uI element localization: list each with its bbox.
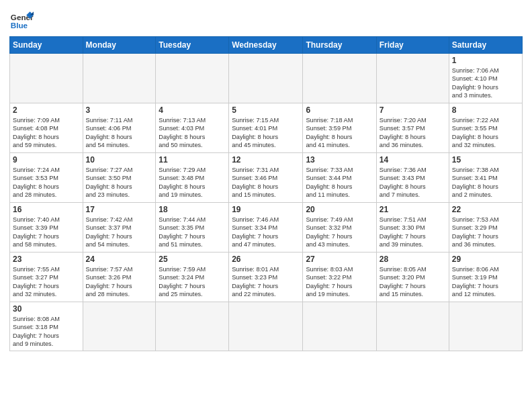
calendar-cell — [10, 54, 83, 103]
day-number: 28 — [380, 255, 446, 264]
day-number: 29 — [452, 255, 519, 264]
calendar-cell: 24Sunrise: 7:57 AM Sunset: 3:26 PM Dayli… — [83, 253, 156, 302]
calendar-cell: 14Sunrise: 7:36 AM Sunset: 3:43 PM Dayli… — [376, 153, 449, 203]
calendar-cell: 4Sunrise: 7:13 AM Sunset: 4:03 PM Daylig… — [156, 103, 229, 153]
day-info: Sunrise: 7:42 AM Sunset: 3:37 PM Dayligh… — [86, 216, 153, 249]
calendar-cell — [156, 302, 229, 351]
day-number: 8 — [452, 105, 519, 115]
weekday-header-tuesday: Tuesday — [156, 37, 229, 54]
day-number: 26 — [232, 255, 300, 264]
calendar-cell: 26Sunrise: 8:01 AM Sunset: 3:23 PM Dayli… — [229, 253, 303, 302]
calendar-cell: 12Sunrise: 7:31 AM Sunset: 3:46 PM Dayli… — [229, 153, 303, 203]
day-number: 6 — [306, 105, 373, 115]
calendar-cell — [303, 54, 376, 103]
day-number: 19 — [232, 205, 300, 214]
day-number: 27 — [306, 255, 373, 264]
day-info: Sunrise: 7:49 AM Sunset: 3:32 PM Dayligh… — [306, 216, 373, 249]
weekday-header-wednesday: Wednesday — [229, 37, 303, 54]
day-info: Sunrise: 7:36 AM Sunset: 3:43 PM Dayligh… — [380, 166, 446, 199]
weekday-header-monday: Monday — [83, 37, 156, 54]
page: General Blue SundayMondayTuesdayWednesda… — [0, 0, 532, 411]
day-info: Sunrise: 7:40 AM Sunset: 3:39 PM Dayligh… — [13, 216, 80, 249]
day-info: Sunrise: 7:53 AM Sunset: 3:29 PM Dayligh… — [452, 216, 519, 249]
day-info: Sunrise: 7:38 AM Sunset: 3:41 PM Dayligh… — [452, 166, 519, 199]
day-info: Sunrise: 7:09 AM Sunset: 4:08 PM Dayligh… — [13, 116, 80, 150]
day-number: 25 — [159, 255, 226, 264]
calendar-cell: 2Sunrise: 7:09 AM Sunset: 4:08 PM Daylig… — [10, 103, 83, 153]
calendar-cell: 13Sunrise: 7:33 AM Sunset: 3:44 PM Dayli… — [303, 153, 376, 203]
day-info: Sunrise: 7:46 AM Sunset: 3:34 PM Dayligh… — [232, 216, 300, 249]
day-info: Sunrise: 7:20 AM Sunset: 3:57 PM Dayligh… — [380, 116, 446, 150]
calendar-week-row: 1Sunrise: 7:06 AM Sunset: 4:10 PM Daylig… — [10, 54, 523, 103]
calendar-cell: 20Sunrise: 7:49 AM Sunset: 3:32 PM Dayli… — [303, 203, 376, 253]
calendar-cell: 8Sunrise: 7:22 AM Sunset: 3:55 PM Daylig… — [449, 103, 522, 153]
calendar-cell: 10Sunrise: 7:27 AM Sunset: 3:50 PM Dayli… — [83, 153, 156, 203]
day-info: Sunrise: 7:24 AM Sunset: 3:53 PM Dayligh… — [13, 166, 80, 199]
day-info: Sunrise: 7:06 AM Sunset: 4:10 PM Dayligh… — [452, 66, 519, 100]
weekday-header-sunday: Sunday — [10, 37, 83, 54]
logo: General Blue — [9, 7, 34, 31]
day-number: 14 — [380, 155, 446, 165]
calendar-cell: 22Sunrise: 7:53 AM Sunset: 3:29 PM Dayli… — [449, 203, 522, 253]
day-info: Sunrise: 7:57 AM Sunset: 3:26 PM Dayligh… — [86, 265, 153, 299]
calendar-cell: 11Sunrise: 7:29 AM Sunset: 3:48 PM Dayli… — [156, 153, 229, 203]
header: General Blue — [9, 7, 523, 31]
calendar-cell — [156, 54, 229, 103]
day-number: 22 — [452, 205, 519, 214]
day-info: Sunrise: 7:18 AM Sunset: 3:59 PM Dayligh… — [306, 116, 373, 150]
day-info: Sunrise: 8:06 AM Sunset: 3:19 PM Dayligh… — [452, 265, 519, 299]
calendar-cell — [303, 302, 376, 351]
day-number: 3 — [86, 105, 153, 115]
calendar-cell: 6Sunrise: 7:18 AM Sunset: 3:59 PM Daylig… — [303, 103, 376, 153]
calendar-cell: 25Sunrise: 7:59 AM Sunset: 3:24 PM Dayli… — [156, 253, 229, 302]
calendar-cell: 16Sunrise: 7:40 AM Sunset: 3:39 PM Dayli… — [10, 203, 83, 253]
calendar-cell: 29Sunrise: 8:06 AM Sunset: 3:19 PM Dayli… — [449, 253, 522, 302]
day-number: 2 — [13, 105, 80, 115]
calendar-week-row: 30Sunrise: 8:08 AM Sunset: 3:18 PM Dayli… — [10, 302, 523, 351]
calendar-cell — [83, 54, 156, 103]
day-info: Sunrise: 7:59 AM Sunset: 3:24 PM Dayligh… — [159, 265, 226, 299]
day-number: 24 — [86, 255, 153, 264]
calendar-cell: 28Sunrise: 8:05 AM Sunset: 3:20 PM Dayli… — [376, 253, 449, 302]
calendar-cell: 1Sunrise: 7:06 AM Sunset: 4:10 PM Daylig… — [449, 54, 522, 103]
day-info: Sunrise: 7:33 AM Sunset: 3:44 PM Dayligh… — [306, 166, 373, 199]
day-number: 10 — [86, 155, 153, 165]
day-number: 20 — [306, 205, 373, 214]
day-info: Sunrise: 7:44 AM Sunset: 3:35 PM Dayligh… — [159, 216, 226, 249]
calendar-week-row: 2Sunrise: 7:09 AM Sunset: 4:08 PM Daylig… — [10, 103, 523, 153]
calendar-cell: 7Sunrise: 7:20 AM Sunset: 3:57 PM Daylig… — [376, 103, 449, 153]
calendar-cell: 21Sunrise: 7:51 AM Sunset: 3:30 PM Dayli… — [376, 203, 449, 253]
day-info: Sunrise: 7:29 AM Sunset: 3:48 PM Dayligh… — [159, 166, 226, 199]
weekday-header-saturday: Saturday — [449, 37, 522, 54]
weekday-header-friday: Friday — [376, 37, 449, 54]
day-info: Sunrise: 8:05 AM Sunset: 3:20 PM Dayligh… — [380, 265, 446, 299]
day-info: Sunrise: 7:55 AM Sunset: 3:27 PM Dayligh… — [13, 265, 80, 299]
calendar-cell — [83, 302, 156, 351]
day-number: 23 — [13, 255, 80, 264]
day-info: Sunrise: 7:31 AM Sunset: 3:46 PM Dayligh… — [232, 166, 300, 199]
calendar-cell — [376, 54, 449, 103]
day-number: 11 — [159, 155, 226, 165]
day-number: 9 — [13, 155, 80, 165]
day-info: Sunrise: 7:27 AM Sunset: 3:50 PM Dayligh… — [86, 166, 153, 199]
day-number: 18 — [159, 205, 226, 214]
svg-text:Blue: Blue — [11, 21, 28, 30]
day-info: Sunrise: 7:15 AM Sunset: 4:01 PM Dayligh… — [232, 116, 300, 150]
day-number: 7 — [380, 105, 446, 115]
calendar-cell: 19Sunrise: 7:46 AM Sunset: 3:34 PM Dayli… — [229, 203, 303, 253]
day-number: 15 — [452, 155, 519, 165]
calendar-cell: 3Sunrise: 7:11 AM Sunset: 4:06 PM Daylig… — [83, 103, 156, 153]
day-number: 17 — [86, 205, 153, 214]
calendar-cell: 23Sunrise: 7:55 AM Sunset: 3:27 PM Dayli… — [10, 253, 83, 302]
calendar-cell — [449, 302, 522, 351]
calendar-cell: 5Sunrise: 7:15 AM Sunset: 4:01 PM Daylig… — [229, 103, 303, 153]
day-info: Sunrise: 8:01 AM Sunset: 3:23 PM Dayligh… — [232, 265, 300, 299]
calendar-week-row: 9Sunrise: 7:24 AM Sunset: 3:53 PM Daylig… — [10, 153, 523, 203]
day-info: Sunrise: 7:13 AM Sunset: 4:03 PM Dayligh… — [159, 116, 226, 150]
day-number: 30 — [13, 304, 80, 314]
weekday-header-row: SundayMondayTuesdayWednesdayThursdayFrid… — [10, 37, 523, 54]
calendar-cell: 9Sunrise: 7:24 AM Sunset: 3:53 PM Daylig… — [10, 153, 83, 203]
calendar-cell: 15Sunrise: 7:38 AM Sunset: 3:41 PM Dayli… — [449, 153, 522, 203]
calendar-week-row: 23Sunrise: 7:55 AM Sunset: 3:27 PM Dayli… — [10, 253, 523, 302]
day-number: 5 — [232, 105, 300, 115]
